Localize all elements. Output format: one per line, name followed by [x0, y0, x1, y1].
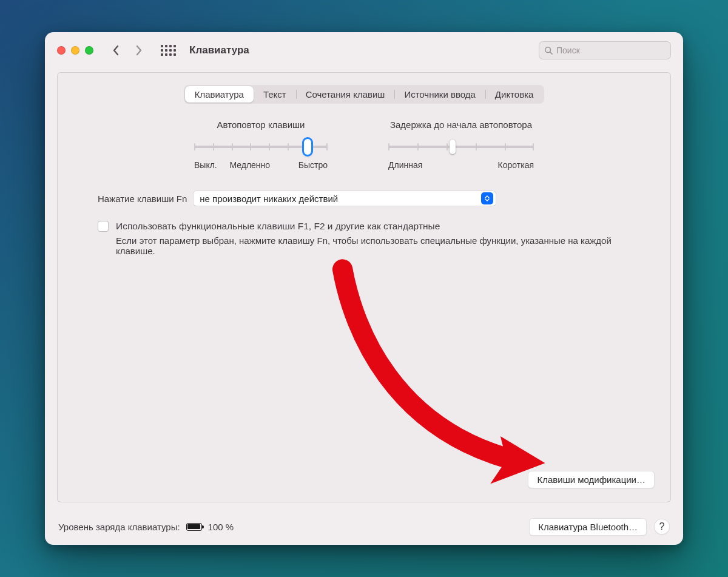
repeat-delay-block: Задержка до начала автоповтора Длинная К… [388, 120, 534, 170]
repeat-delay-title: Задержка до начала автоповтора [388, 120, 534, 130]
forward-button[interactable] [130, 41, 148, 59]
tab-input-sources[interactable]: Источники ввода [394, 86, 485, 103]
zoom-window-button[interactable] [85, 46, 93, 55]
tab-text[interactable]: Текст [254, 86, 296, 103]
traffic-lights [57, 46, 93, 55]
tab-keyboard[interactable]: Клавиатура [185, 86, 254, 103]
tab-bar: Клавиатура Текст Сочетания клавиш Источн… [75, 85, 653, 104]
standard-fn-keys-checkbox[interactable] [98, 221, 109, 232]
window-footer: Уровень заряда клавиатуры: 100 % Клавиат… [45, 513, 683, 545]
window-title: Клавиатура [189, 44, 249, 56]
minimize-window-button[interactable] [71, 46, 79, 55]
standard-fn-keys-description: Если этот параметр выбран, нажмите клави… [116, 235, 613, 256]
modifier-keys-button[interactable]: Клавиши модификации… [528, 471, 655, 488]
search-field[interactable] [539, 41, 671, 59]
battery-label: Уровень заряда клавиатуры: [58, 522, 180, 532]
battery-icon [186, 523, 202, 531]
key-repeat-slider[interactable] [194, 140, 328, 154]
keyboard-pane: Клавиатура Текст Сочетания клавиш Источн… [57, 72, 671, 502]
standard-fn-keys-label: Использовать функциональные клавиши F1, … [116, 220, 613, 233]
svg-line-1 [550, 52, 553, 55]
grid-icon [161, 45, 176, 56]
repeat-delay-label-long: Длинная [388, 160, 422, 170]
chevron-left-icon [112, 45, 120, 56]
search-icon [544, 46, 553, 55]
key-repeat-thumb[interactable] [304, 139, 311, 155]
repeat-delay-slider[interactable] [388, 140, 534, 154]
key-repeat-label-slow: Медленно [229, 160, 270, 170]
bluetooth-keyboard-button[interactable]: Клавиатура Bluetooth… [529, 518, 647, 536]
fn-key-select[interactable]: не производит никаких действий [193, 191, 496, 206]
close-window-button[interactable] [57, 46, 66, 55]
key-repeat-title: Автоповтор клавиши [194, 120, 328, 130]
repeat-delay-label-short: Короткая [498, 160, 534, 170]
search-input[interactable] [556, 46, 666, 55]
preferences-window: Клавиатура Клавиатура Текст Сочетания кл… [45, 32, 683, 545]
chevron-right-icon [135, 45, 143, 56]
key-repeat-block: Автоповтор клавиши Выкл. Медленно [194, 120, 328, 170]
fn-key-label: Нажатие клавиши Fn [98, 194, 187, 204]
tab-dictation[interactable]: Диктовка [485, 86, 544, 103]
back-button[interactable] [107, 41, 125, 59]
fn-key-selected-value: не производит никаких действий [200, 194, 338, 204]
repeat-delay-thumb[interactable] [450, 140, 456, 154]
help-button[interactable]: ? [654, 519, 670, 535]
tab-shortcuts[interactable]: Сочетания клавиш [296, 86, 395, 103]
show-all-button[interactable] [159, 41, 177, 59]
key-repeat-label-fast: Быстро [298, 160, 328, 170]
keyboard-battery: Уровень заряда клавиатуры: 100 % [58, 522, 234, 532]
battery-percent: 100 % [208, 522, 234, 532]
select-stepper-icon [481, 192, 493, 204]
key-repeat-label-off: Выкл. [194, 160, 217, 170]
window-toolbar: Клавиатура [45, 32, 683, 69]
